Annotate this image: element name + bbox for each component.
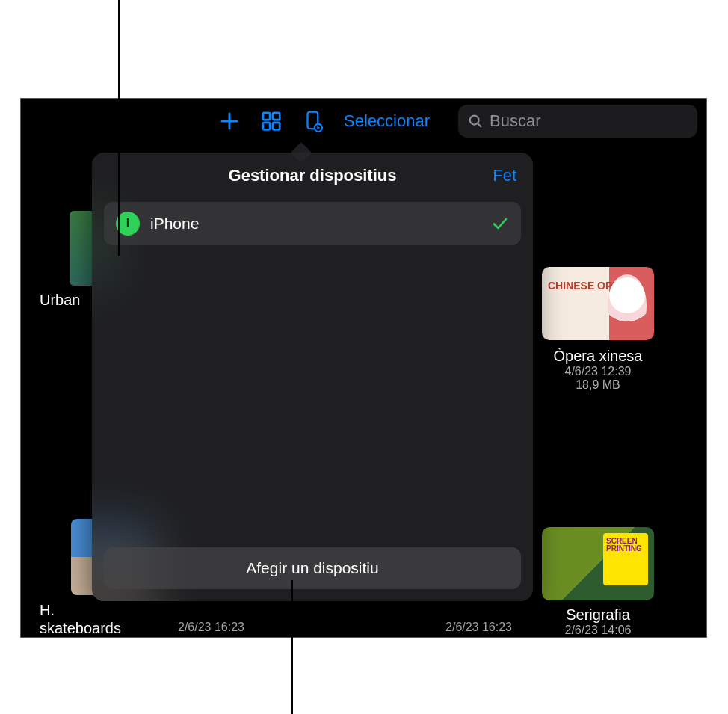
project-thumbnail: CHINESE OPERA [542, 267, 654, 340]
toolbar: Seleccionar Buscar [21, 99, 706, 144]
plus-icon [218, 110, 241, 132]
thumbnail-text: SCREEN PRINTING [606, 538, 644, 553]
callout-leader-bottom [291, 580, 293, 714]
select-button[interactable]: Seleccionar [338, 111, 436, 131]
svg-rect-5 [273, 123, 280, 129]
add-device-button[interactable]: Afegir un dispositiu [104, 547, 521, 589]
project-thumbnail: SCREEN PRINTING [542, 527, 654, 600]
manage-devices-popover: Gestionar dispositius Fet I iPhone Afegi… [92, 153, 533, 601]
thumbnail-graphic [608, 274, 647, 334]
search-icon [467, 113, 484, 129]
project-date: 2/6/23 14:06 [531, 624, 665, 637]
popover-title: Gestionar dispositius [104, 166, 521, 185]
add-button[interactable] [212, 105, 247, 138]
project-title: Òpera xinesa [531, 348, 665, 365]
device-row-iphone[interactable]: I iPhone [104, 202, 521, 245]
meta-date-a: 2/6/23 16:23 [178, 621, 244, 634]
meta-date-b: 2/6/23 16:23 [445, 621, 512, 634]
popover-header: Gestionar dispositius Fet [104, 166, 521, 185]
project-size: 18,9 MB [531, 378, 665, 392]
device-play-icon [302, 110, 324, 132]
svg-line-9 [478, 123, 481, 126]
svg-rect-3 [273, 113, 280, 120]
grid-view-button[interactable] [254, 105, 289, 138]
app-window: Seleccionar Buscar Urban 1 CHINESE OPERA… [20, 98, 707, 638]
callout-leader-top [118, 0, 120, 256]
done-button[interactable]: Fet [493, 166, 516, 185]
device-name-label: iPhone [150, 215, 481, 233]
svg-rect-2 [263, 113, 270, 120]
grid-icon [260, 110, 283, 132]
project-title: H. skateboards [40, 601, 174, 637]
meta-row: 2/6/23 16:23 2/6/23 16:23 [178, 621, 512, 637]
project-date: 4/6/23 12:39 [531, 365, 665, 378]
manage-devices-button[interactable] [296, 105, 330, 138]
svg-rect-4 [263, 123, 270, 129]
project-item-opera[interactable]: CHINESE OPERA Òpera xinesa 4/6/23 12:39 … [531, 267, 665, 392]
project-item-serigrafia[interactable]: SCREEN PRINTING Serigrafia 2/6/23 14:06 [531, 527, 665, 637]
search-placeholder: Buscar [490, 111, 540, 131]
search-input[interactable]: Buscar [458, 105, 697, 138]
checkmark-icon [491, 215, 509, 233]
project-title: Serigrafia [531, 606, 665, 624]
